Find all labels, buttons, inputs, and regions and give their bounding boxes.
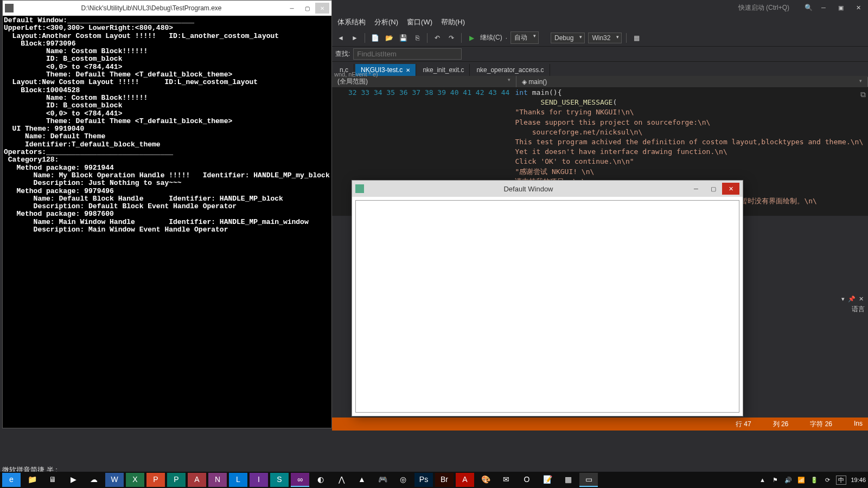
side-close-icon[interactable]: ✕ xyxy=(859,296,864,303)
popup-client-area[interactable] xyxy=(355,200,739,413)
popup-titlebar[interactable]: Default Window ─ ▢ ✕ xyxy=(352,181,743,197)
console-title: D:\Nick'sUtilityLib\NUL3\Debug\TestProgr… xyxy=(18,4,285,12)
popup-app-icon xyxy=(355,184,364,193)
taskbar-app-excel[interactable]: X xyxy=(126,473,144,487)
taskbar-app-paint[interactable]: 🎨 xyxy=(476,473,495,487)
taskbar-app-vs[interactable]: ∞ xyxy=(291,473,309,487)
taskbar-app-mail[interactable]: ✉ xyxy=(497,473,515,487)
side-panel-label: 语言 xyxy=(852,305,865,314)
popup-minimize-button[interactable]: ─ xyxy=(687,183,705,195)
taskbar-app-store[interactable]: ☁ xyxy=(85,473,103,487)
tray-up-icon[interactable]: ▲ xyxy=(758,476,767,484)
find-label: 查找: xyxy=(335,49,350,59)
vs-toolbar: ◄ ► 📄 📂 💾 ⎘ ↶ ↷ ▶ 继续(C) · 自动 Debug Win32… xyxy=(332,29,868,47)
taskbar-app-pdf[interactable]: A xyxy=(456,473,474,487)
taskbar-app-media[interactable]: ▶ xyxy=(64,473,82,487)
tray-battery-icon[interactable]: 🔋 xyxy=(810,476,819,484)
minimize-button[interactable]: ─ xyxy=(285,3,299,14)
vs-close-button[interactable]: ✕ xyxy=(852,3,865,12)
popup-maximize-button[interactable]: ▢ xyxy=(705,183,722,195)
scope-bar: (全局范围)▾ ◈ main()▾ xyxy=(332,76,868,88)
clock[interactable]: 19:46 xyxy=(851,477,866,483)
taskbar-app-lync[interactable]: L xyxy=(229,473,247,487)
menu-item[interactable]: 分析(N) xyxy=(374,17,398,27)
maximize-button[interactable]: ▢ xyxy=(300,3,314,14)
editor-tab-bar: n.cNKGUI3-test.c ✕nke_init_exit.cnke_ope… xyxy=(332,62,868,76)
new-icon[interactable]: 📄 xyxy=(369,33,380,43)
tray-network-icon[interactable]: 📶 xyxy=(797,476,806,484)
taskbar: e📁🖥▶☁WXPPANLIS∞◐⋀▲🎮◎PsBrA🎨✉O📝▦▭ ▲ ⚑ 🔊 📶 … xyxy=(0,472,868,488)
taskbar-app-ps[interactable]: Ps xyxy=(414,473,433,487)
taskbar-app-desktop[interactable]: 🖥 xyxy=(43,473,62,487)
status-ins: Ins xyxy=(854,420,863,429)
vs-find-bar: 查找: xyxy=(332,47,868,62)
scope-global[interactable]: (全局范围)▾ xyxy=(332,76,516,87)
system-tray: ▲ ⚑ 🔊 📶 🔋 ⟳ 中 19:46 xyxy=(758,476,866,485)
status-col: 列 26 xyxy=(773,420,789,429)
vs-minimize-button[interactable]: ─ xyxy=(817,3,830,12)
scope-function[interactable]: ◈ main()▾ xyxy=(516,77,868,87)
continue-icon[interactable]: ▶ xyxy=(466,33,477,43)
tray-sync-icon[interactable]: ⟳ xyxy=(823,476,832,484)
status-char: 字符 26 xyxy=(810,420,832,429)
config-combo-platform[interactable]: Win32 xyxy=(588,33,622,43)
editor-tab[interactable]: nke_init_exit.c xyxy=(417,64,470,76)
nav-back-icon[interactable]: ◄ xyxy=(335,33,346,43)
vs-title-bar[interactable]: 快速启动 (Ctrl+Q) 🔍 ─ ▣ ✕ xyxy=(332,0,868,15)
editor-tab[interactable]: nke_operator_access.c xyxy=(471,64,550,76)
undo-icon[interactable]: ↶ xyxy=(432,33,443,43)
taskbar-app-onenote[interactable]: N xyxy=(208,473,227,487)
search-icon[interactable]: 🔍 xyxy=(805,4,813,11)
taskbar-app-ie[interactable]: e xyxy=(2,473,21,487)
console-output: Default Window:_________________________… xyxy=(3,16,331,235)
tray-volume-icon[interactable]: 🔊 xyxy=(784,476,793,484)
popup-close-button[interactable]: ✕ xyxy=(722,183,739,195)
tray-flag-icon[interactable]: ⚑ xyxy=(771,476,780,484)
quick-launch[interactable]: 快速启动 (Ctrl+Q) xyxy=(738,3,789,12)
status-line: 行 47 xyxy=(736,420,751,429)
taskbar-app-access[interactable]: A xyxy=(188,473,206,487)
save-icon[interactable]: 💾 xyxy=(398,33,409,43)
toolbar-extra-icon[interactable]: ▦ xyxy=(631,33,642,43)
close-button[interactable]: ✕ xyxy=(315,3,329,14)
continue-label[interactable]: 继续(C) xyxy=(480,33,502,42)
taskbar-app-word[interactable]: W xyxy=(105,473,124,487)
taskbar-app-office[interactable]: O xyxy=(518,473,536,487)
config-combo-debug[interactable]: Debug xyxy=(551,33,585,43)
config-combo-1[interactable]: 自动 xyxy=(510,31,539,44)
tab-close-icon[interactable]: ✕ xyxy=(406,67,410,73)
menu-item[interactable]: 体系结构 xyxy=(337,17,366,27)
ime-indicator[interactable]: 中 xyxy=(836,476,846,485)
taskbar-app-vlc[interactable]: ▲ xyxy=(353,473,371,487)
vs-menu-bar: 体系结构分析(N)窗口(W)帮助(H) xyxy=(332,15,868,29)
taskbar-app-calc[interactable]: ▦ xyxy=(559,473,577,487)
taskbar-app-blender[interactable]: ◐ xyxy=(311,473,330,487)
vs-restore-button[interactable]: ▣ xyxy=(834,3,847,12)
taskbar-app-infopath[interactable]: I xyxy=(250,473,268,487)
taskbar-app-app1[interactable]: ◎ xyxy=(394,473,412,487)
redo-icon[interactable]: ↷ xyxy=(446,33,457,43)
console-app-icon xyxy=(5,4,14,12)
find-input[interactable] xyxy=(353,48,462,60)
taskbar-app-remote[interactable]: ▭ xyxy=(579,473,598,487)
open-icon[interactable]: 📂 xyxy=(384,33,394,43)
pin-icon[interactable]: 📌 xyxy=(848,296,856,303)
taskbar-app-comp[interactable]: ⋀ xyxy=(332,473,350,487)
side-panel-header[interactable]: ▾📌✕ xyxy=(837,293,868,305)
taskbar-app-pub[interactable]: P xyxy=(167,473,186,487)
split-icon[interactable]: ⧉ xyxy=(860,90,866,99)
vs-status-bar: 行 47 列 26 字符 26 Ins xyxy=(332,418,868,431)
console-window: D:\Nick'sUtilityLib\NUL3\Debug\TestProgr… xyxy=(2,0,332,428)
console-titlebar[interactable]: D:\Nick'sUtilityLib\NUL3\Debug\TestProgr… xyxy=(3,1,331,16)
save-all-icon[interactable]: ⎘ xyxy=(412,33,423,43)
tab-sub-label: wnd, nEvent * e) xyxy=(334,71,378,78)
menu-item[interactable]: 帮助(H) xyxy=(441,17,465,27)
menu-item[interactable]: 窗口(W) xyxy=(407,17,432,27)
taskbar-app-game[interactable]: 🎮 xyxy=(373,473,392,487)
taskbar-app-note[interactable]: 📝 xyxy=(538,473,557,487)
taskbar-app-ppt[interactable]: P xyxy=(146,473,165,487)
taskbar-app-folder[interactable]: 📁 xyxy=(23,473,41,487)
taskbar-app-br[interactable]: Br xyxy=(435,473,454,487)
nav-forward-icon[interactable]: ► xyxy=(349,33,360,43)
taskbar-app-sharepoint[interactable]: S xyxy=(270,473,289,487)
